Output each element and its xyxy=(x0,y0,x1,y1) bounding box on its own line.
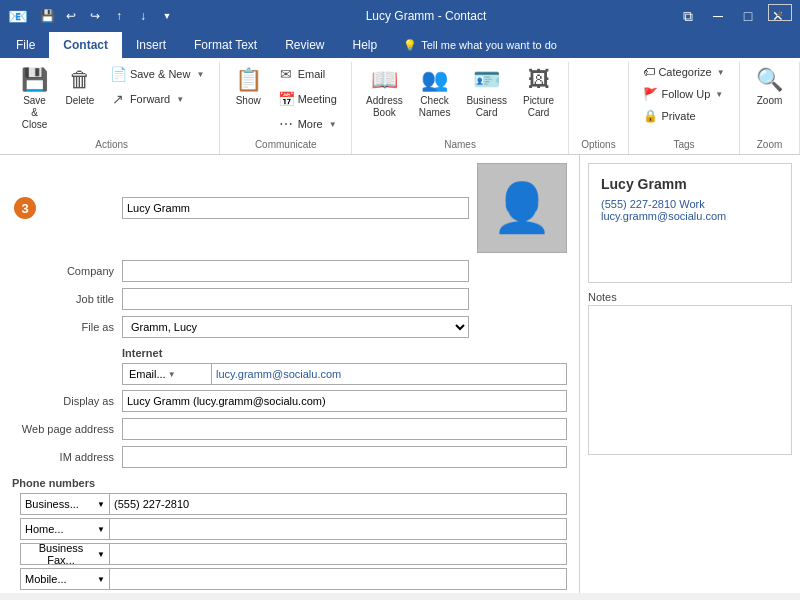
notes-textarea[interactable] xyxy=(588,305,792,455)
im-input[interactable] xyxy=(122,446,567,468)
home-label: Home... xyxy=(25,523,64,535)
meeting-button[interactable]: 📅 Meeting xyxy=(271,87,344,111)
tab-contact[interactable]: Contact xyxy=(49,32,122,58)
qat-undo[interactable]: ↩ xyxy=(60,5,82,27)
ribbon-tabs: File Contact Insert Format Text Review H… xyxy=(0,32,800,58)
file-as-select[interactable]: Gramm, Lucy xyxy=(122,316,469,338)
ribbon-collapse-btn[interactable]: ▲ xyxy=(768,4,792,21)
ribbon-group-names: 📖 AddressBook 👥 CheckNames 🪪 BusinessCar… xyxy=(352,62,569,154)
contact-card-name: Lucy Gramm xyxy=(601,176,779,192)
mobile-dropdown[interactable]: Mobile... ▼ xyxy=(20,568,110,590)
zoom-button[interactable]: 🔍 Zoom xyxy=(749,62,790,112)
home-phone-dropdown[interactable]: Home... ▼ xyxy=(20,518,110,540)
email-dropdown-arrow: ▼ xyxy=(168,370,176,379)
main-content: 3 👤 Company Job title File as Gramm, Luc… xyxy=(0,155,800,593)
follow-up-arrow: ▼ xyxy=(715,90,723,99)
show-icon: 📋 xyxy=(235,67,262,93)
mobile-dropdown-arrow: ▼ xyxy=(97,575,105,584)
qat-down[interactable]: ↓ xyxy=(132,5,154,27)
company-label: Company xyxy=(12,265,122,277)
step-badge: 3 xyxy=(14,197,36,219)
check-names-icon: 👥 xyxy=(421,67,448,93)
business-fax-dropdown[interactable]: Business Fax... ▼ xyxy=(20,543,110,565)
forward-icon: ↗ xyxy=(110,91,126,107)
file-as-label: File as xyxy=(12,321,122,333)
categorize-icon: 🏷 xyxy=(643,65,655,79)
fax-label: Business Fax... xyxy=(25,542,97,566)
private-icon: 🔒 xyxy=(643,109,658,123)
categorize-button[interactable]: 🏷 Categorize ▼ xyxy=(636,62,731,82)
tab-insert[interactable]: Insert xyxy=(122,32,180,58)
minimize-btn[interactable]: ─ xyxy=(704,2,732,30)
company-row: Company xyxy=(12,259,567,283)
save-new-icon: 📄 xyxy=(110,66,126,82)
save-new-arrow: ▼ xyxy=(196,70,204,79)
im-label: IM address xyxy=(12,451,122,463)
forward-arrow: ▼ xyxy=(176,95,184,104)
email-row: Email... ▼ xyxy=(12,363,567,385)
business-phone-row: Business... ▼ xyxy=(12,493,567,515)
follow-up-button[interactable]: 🚩 Follow Up ▼ xyxy=(636,84,730,104)
business-phone-dropdown[interactable]: Business... ▼ xyxy=(20,493,110,515)
fax-dropdown-arrow: ▼ xyxy=(97,550,105,559)
name-input[interactable] xyxy=(122,197,469,219)
home-phone-input[interactable] xyxy=(110,518,567,540)
web-page-label: Web page address xyxy=(12,423,122,435)
ribbon-group-zoom: 🔍 Zoom Zoom xyxy=(740,62,800,154)
qat-customize[interactable]: ▼ xyxy=(156,5,178,27)
restore-btn[interactable]: ⧉ xyxy=(674,2,702,30)
web-page-input[interactable] xyxy=(122,418,567,440)
mobile-input[interactable] xyxy=(110,568,567,590)
qat-up[interactable]: ↑ xyxy=(108,5,130,27)
private-button[interactable]: 🔒 Private xyxy=(636,106,702,126)
address-book-button[interactable]: 📖 AddressBook xyxy=(359,62,410,124)
business-fax-input[interactable] xyxy=(110,543,567,565)
qat-save[interactable]: 💾 xyxy=(36,5,58,27)
categorize-arrow: ▼ xyxy=(717,68,725,77)
im-row: IM address xyxy=(12,445,567,469)
email-button[interactable]: ✉ Email xyxy=(271,62,344,86)
photo-placeholder[interactable]: 👤 xyxy=(477,163,567,253)
display-as-input[interactable] xyxy=(122,390,567,412)
ribbon-group-actions: 💾 Save &Close 🗑 Delete 📄 Save & New ▼ xyxy=(4,62,220,154)
tab-file[interactable]: File xyxy=(2,32,49,58)
business-label: Business... xyxy=(25,498,79,510)
show-button[interactable]: 📋 Show xyxy=(228,62,269,112)
email-dropdown-button[interactable]: Email... ▼ xyxy=(122,363,212,385)
contact-card: Lucy Gramm (555) 227-2810 Work lucy.gram… xyxy=(588,163,792,283)
company-input[interactable] xyxy=(122,260,469,282)
tell-me[interactable]: 💡 Tell me what you want to do xyxy=(391,32,800,58)
delete-icon: 🗑 xyxy=(69,67,91,93)
window-title: Lucy Gramm - Contact xyxy=(178,9,674,23)
title-bar-left: 📧 💾 ↩ ↪ ↑ ↓ ▼ xyxy=(8,5,178,27)
app-icon: 📧 xyxy=(8,7,28,26)
right-panel: Lucy Gramm (555) 227-2810 Work lucy.gram… xyxy=(580,155,800,593)
save-new-button[interactable]: 📄 Save & New ▼ xyxy=(103,62,211,86)
forward-button[interactable]: ↗ Forward ▼ xyxy=(103,87,211,111)
more-button[interactable]: ⋯ More ▼ xyxy=(271,112,344,136)
zoom-icon: 🔍 xyxy=(756,67,783,93)
tab-review[interactable]: Review xyxy=(271,32,338,58)
email-btn-label: Email... xyxy=(129,368,166,380)
delete-button[interactable]: 🗑 Delete xyxy=(59,62,101,112)
email-input[interactable] xyxy=(212,363,567,385)
home-dropdown-arrow: ▼ xyxy=(97,525,105,534)
tab-help[interactable]: Help xyxy=(339,32,392,58)
maximize-btn[interactable]: □ xyxy=(734,2,762,30)
contact-card-email: lucy.gramm@socialu.com xyxy=(601,210,779,222)
save-close-button[interactable]: 💾 Save &Close xyxy=(12,62,57,136)
internet-section-header: Internet xyxy=(122,347,567,359)
check-names-button[interactable]: 👥 CheckNames xyxy=(412,62,458,124)
form-area: 3 👤 Company Job title File as Gramm, Luc… xyxy=(0,155,580,593)
qat-redo[interactable]: ↪ xyxy=(84,5,106,27)
business-card-button[interactable]: 🪪 BusinessCard xyxy=(459,62,514,124)
tab-format-text[interactable]: Format Text xyxy=(180,32,271,58)
job-title-input[interactable] xyxy=(122,288,469,310)
job-title-row: Job title xyxy=(12,287,567,311)
picture-card-button[interactable]: 🖼 PictureCard xyxy=(516,62,561,124)
mobile-label: Mobile... xyxy=(25,573,67,585)
communicate-small-group: ✉ Email 📅 Meeting ⋯ More ▼ xyxy=(271,62,344,136)
more-icon: ⋯ xyxy=(278,116,294,132)
business-phone-input[interactable] xyxy=(110,493,567,515)
ribbon: File Contact Insert Format Text Review H… xyxy=(0,32,800,155)
